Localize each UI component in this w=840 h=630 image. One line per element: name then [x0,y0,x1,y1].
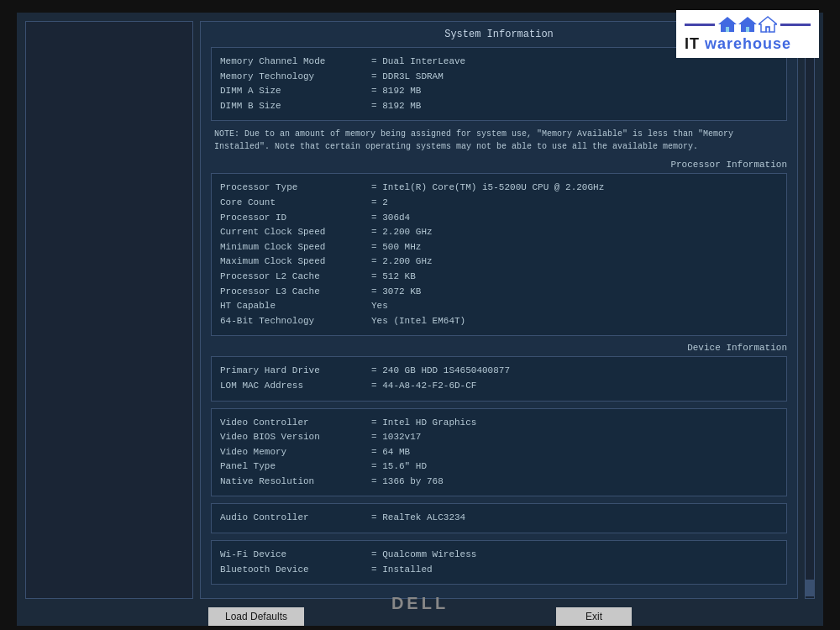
screen: System Information Memory Channel Mode =… [17,13,823,563]
audio-section: Audio Controller = RealTek ALC3234 [211,503,787,533]
video-row-3: Panel Type = 15.6" HD [220,459,778,475]
scrollbar-thumb [806,580,814,596]
svg-marker-4 [759,17,777,32]
brand-name: IT warehouse [685,35,811,53]
device-row-0: Primary Hard Drive = 240 GB HDD 1S465040… [220,364,778,379]
proc-row-0: Processor Type = Intel(R) Core(TM) i5-52… [220,181,778,196]
brand-houses [718,15,777,34]
brand-logo: IT warehouse [676,10,819,58]
device-section: Primary Hard Drive = 240 GB HDD 1S465040… [211,356,787,401]
proc-row-6: Processor L2 Cache = 512 KB [220,270,778,285]
bt-row: Bluetooth Device = Installed [220,563,778,578]
proc-row-5: Maximum Clock Speed = 2.200 GHz [220,255,778,270]
processor-section: Processor Type = Intel(R) Core(TM) i5-52… [211,173,787,336]
memory-row-1: Memory Technology = DDR3L SDRAM [220,70,778,85]
device-row-1: LOM MAC Address = 44-A8-42-F2-6D-CF [220,379,778,394]
video-row-4: Native Resolution = 1366 by 768 [220,475,778,490]
proc-row-4: Minimum Clock Speed = 500 MHz [220,240,778,255]
load-defaults-button[interactable]: Load Defaults [208,607,304,626]
proc-row-9: 64-Bit Technology Yes (Intel EM64T) [220,314,778,329]
house-icon-1 [718,15,737,34]
scrollbar[interactable] [805,21,815,599]
video-row-1: Video BIOS Version = 1032v17 [220,430,778,445]
dell-logo: DELL [391,594,449,613]
device-header: Device Information [211,343,787,353]
left-panel [25,21,193,599]
main-panel: System Information Memory Channel Mode =… [200,21,798,599]
processor-header: Processor Information [211,160,787,170]
proc-row-3: Current Clock Speed = 2.200 GHz [220,225,778,240]
proc-row-2: Processor ID = 306d4 [220,211,778,226]
video-section: Video Controller = Intel HD Graphics Vid… [211,408,787,497]
memory-row-3: DIMM B Size = 8192 MB [220,99,778,114]
exit-button[interactable]: Exit [556,607,632,626]
bios-area: System Information Memory Channel Mode =… [17,13,823,607]
brand-line-right [780,24,811,26]
memory-row-2: DIMM A Size = 8192 MB [220,84,778,99]
video-row-2: Video Memory = 64 MB [220,445,778,460]
house-icon-2 [738,15,757,34]
proc-row-7: Processor L3 Cache = 3072 KB [220,285,778,300]
proc-row-8: HT Capable Yes [220,299,778,314]
memory-note: NOTE: Due to an amount of memory being a… [211,128,787,153]
wifi-row: Wi-Fi Device = Qualcomm Wireless [220,548,778,563]
svg-rect-3 [746,27,749,32]
outer-bezel: IT warehouse System Information Memory C… [0,0,840,630]
svg-rect-1 [726,27,729,32]
brand-line-left [685,24,715,26]
wireless-section: Wi-Fi Device = Qualcomm Wireless Bluetoo… [211,540,787,585]
video-row-0: Video Controller = Intel HD Graphics [220,416,778,431]
memory-section: Memory Channel Mode = Dual InterLeave Me… [211,47,787,121]
audio-row-0: Audio Controller = RealTek ALC3234 [220,511,778,526]
house-icon-3 [759,15,777,34]
proc-row-1: Core Count = 2 [220,196,778,211]
